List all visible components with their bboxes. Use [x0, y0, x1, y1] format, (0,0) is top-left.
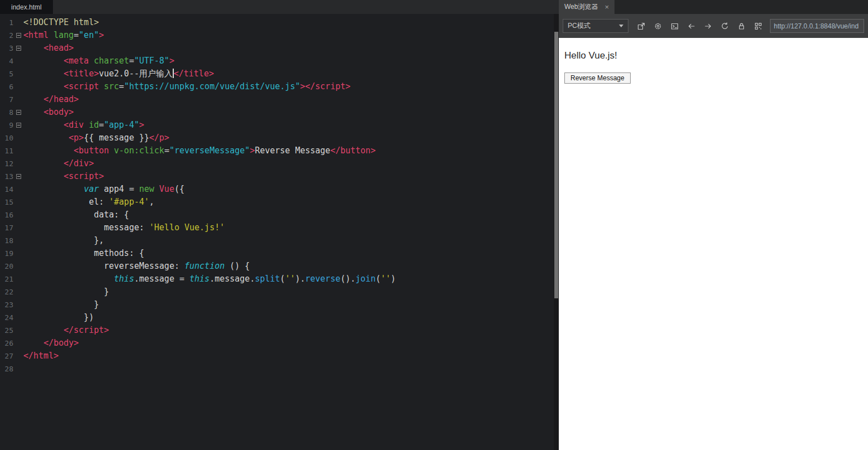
- code-line[interactable]: 13 <script>: [0, 170, 559, 183]
- code-line[interactable]: 26 </body>: [0, 337, 559, 350]
- browser-tab-label: Web浏览器: [564, 2, 598, 12]
- line-number: 1: [0, 16, 13, 29]
- code-line[interactable]: 7 </head>: [0, 93, 559, 106]
- line-number: 10: [0, 132, 13, 144]
- back-icon[interactable]: [683, 18, 700, 34]
- fold-gutter: [13, 46, 23, 51]
- line-number: 13: [0, 170, 13, 183]
- code-line[interactable]: 6 <script src="https://unpkg.com/vue/dis…: [0, 80, 559, 93]
- tab-close-icon[interactable]: ×: [604, 3, 609, 11]
- reverse-message-button[interactable]: Reverse Message: [564, 72, 631, 84]
- code-line[interactable]: 28: [0, 362, 559, 375]
- code-line[interactable]: 16 data: {: [0, 209, 559, 221]
- lock-icon[interactable]: [733, 18, 750, 34]
- fold-toggle-icon[interactable]: [16, 174, 21, 179]
- line-number: 28: [0, 362, 13, 375]
- line-number: 9: [0, 119, 13, 132]
- code-line[interactable]: 1<!DOCTYPE html>: [0, 16, 559, 29]
- code-line[interactable]: 5 <title>vue2.0--用户输入</title>: [0, 67, 559, 80]
- fold-toggle-icon[interactable]: [16, 123, 21, 128]
- code-lines: 1<!DOCTYPE html>2<html lang="en">3 <head…: [0, 16, 559, 375]
- code-line[interactable]: 19 methods: {: [0, 247, 559, 260]
- code-line[interactable]: 17 message: 'Hello Vue.js!': [0, 221, 559, 234]
- line-number: 4: [0, 55, 13, 67]
- line-number: 5: [0, 67, 13, 80]
- browser-tab-bar: Web浏览器 ×: [559, 0, 868, 14]
- line-number: 17: [0, 221, 13, 234]
- line-number: 20: [0, 260, 13, 273]
- code-line[interactable]: 21 this.message = this.message.split('')…: [0, 273, 559, 286]
- editor-body[interactable]: 1<!DOCTYPE html>2<html lang="en">3 <head…: [0, 14, 559, 450]
- settings-gear-icon[interactable]: [650, 18, 666, 34]
- code-line[interactable]: 23 }: [0, 298, 559, 311]
- line-number: 2: [0, 29, 13, 42]
- code-line[interactable]: 12 </div>: [0, 157, 559, 170]
- qrcode-icon[interactable]: [750, 18, 767, 34]
- popout-icon[interactable]: [633, 18, 650, 34]
- code-line[interactable]: 18 },: [0, 234, 559, 247]
- browser-preview-pane: Web浏览器 × PC模式 Hello Vue.js! Reverse Mess…: [559, 0, 868, 450]
- console-icon[interactable]: [666, 18, 683, 34]
- fold-gutter: [13, 123, 23, 128]
- fold-toggle-icon[interactable]: [16, 110, 21, 115]
- editor-tab-label: index.html: [11, 3, 42, 11]
- code-line[interactable]: 25 </script>: [0, 324, 559, 337]
- line-number: 14: [0, 183, 13, 196]
- line-number: 12: [0, 157, 13, 170]
- code-line[interactable]: 9 <div id="app-4">: [0, 119, 559, 132]
- line-number: 24: [0, 311, 13, 324]
- fold-toggle-icon[interactable]: [16, 46, 21, 51]
- browser-viewport: Hello Vue.js! Reverse Message: [559, 38, 868, 450]
- refresh-icon[interactable]: [716, 18, 733, 34]
- code-line[interactable]: 27</html>: [0, 350, 559, 362]
- fold-gutter: [13, 33, 23, 38]
- line-number: 26: [0, 337, 13, 350]
- line-number: 15: [0, 196, 13, 209]
- code-line[interactable]: 20 reverseMessage: function () {: [0, 260, 559, 273]
- editor-tab-index-html[interactable]: index.html: [0, 0, 53, 14]
- editor-tab-bar: index.html: [0, 0, 559, 14]
- browser-toolbar-icons: [633, 18, 767, 34]
- code-line[interactable]: 3 <head>: [0, 42, 559, 55]
- line-number: 3: [0, 42, 13, 55]
- code-line[interactable]: 24 }): [0, 311, 559, 324]
- line-number: 11: [0, 144, 13, 157]
- code-line[interactable]: 22 }: [0, 286, 559, 298]
- line-number: 27: [0, 350, 13, 362]
- device-mode-label: PC模式: [568, 21, 591, 31]
- code-line[interactable]: 14 var app4 = new Vue({: [0, 183, 559, 196]
- ide-window: index.html 1<!DOCTYPE html>2<html lang="…: [0, 0, 868, 450]
- code-line[interactable]: 10 <p>{{ message }}</p>: [0, 132, 559, 144]
- line-number: 19: [0, 247, 13, 260]
- code-line[interactable]: 8 <body>: [0, 106, 559, 119]
- fold-gutter: [13, 174, 23, 179]
- code-line[interactable]: 15 el: '#app-4',: [0, 196, 559, 209]
- line-number: 21: [0, 273, 13, 286]
- rendered-message-text: Hello Vue.js!: [564, 50, 864, 61]
- fold-toggle-icon[interactable]: [16, 33, 21, 38]
- url-input[interactable]: [770, 19, 864, 33]
- chevron-down-icon: [619, 25, 623, 27]
- editor-scrollbar-thumb[interactable]: [554, 32, 558, 298]
- code-editor-pane: index.html 1<!DOCTYPE html>2<html lang="…: [0, 0, 559, 450]
- line-number: 23: [0, 298, 13, 311]
- device-mode-select[interactable]: PC模式: [563, 19, 628, 33]
- fold-gutter: [13, 110, 23, 115]
- code-line[interactable]: 4 <meta charset="UTF-8">: [0, 55, 559, 67]
- line-number: 22: [0, 286, 13, 298]
- line-number: 7: [0, 93, 13, 106]
- browser-tab[interactable]: Web浏览器 ×: [559, 0, 615, 14]
- browser-toolbar: PC模式: [559, 14, 868, 38]
- code-line[interactable]: 11 <button v-on:click="reverseMessage">R…: [0, 144, 559, 157]
- line-number: 25: [0, 324, 13, 337]
- editor-scrollbar[interactable]: [554, 14, 559, 450]
- line-number: 16: [0, 209, 13, 221]
- line-number: 8: [0, 106, 13, 119]
- line-number: 18: [0, 234, 13, 247]
- forward-icon[interactable]: [700, 18, 716, 34]
- code-line[interactable]: 2<html lang="en">: [0, 29, 559, 42]
- line-number: 6: [0, 80, 13, 93]
